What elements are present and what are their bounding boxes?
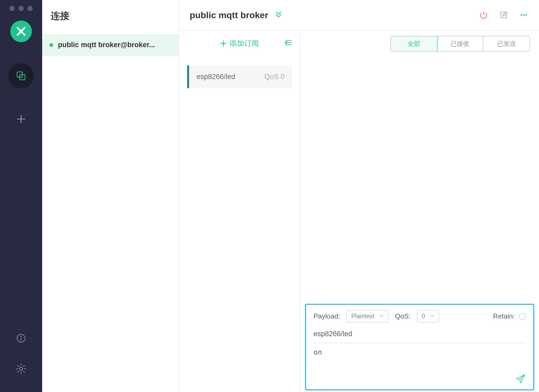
message-filter-tabs: 全部 已接收 已发送 [390, 36, 530, 52]
svg-point-7 [525, 14, 527, 16]
publish-panel: Payload: Plaintext QoS: 0 [305, 304, 534, 390]
more-icon[interactable] [519, 10, 528, 20]
send-button[interactable] [515, 374, 526, 386]
retain-toggle[interactable] [519, 313, 526, 320]
main-header: public mqtt broker [179, 0, 539, 31]
filter-tab-all[interactable]: 全部 [390, 36, 438, 52]
main-panel: public mqtt broker 添加订阅 [179, 0, 539, 392]
connections-panel: 连接 public mqtt broker@broker... [42, 0, 179, 392]
chevron-down-icon [430, 313, 434, 320]
edit-icon[interactable] [499, 10, 508, 20]
svg-point-3 [21, 336, 22, 337]
nav-settings-icon[interactable] [8, 356, 34, 381]
app-logo[interactable] [10, 21, 32, 42]
retain-label: Retain: [493, 312, 515, 320]
payload-label: Payload: [313, 312, 340, 320]
svg-point-5 [521, 14, 522, 16]
svg-point-6 [523, 14, 525, 16]
connection-item[interactable]: public mqtt broker@broker... [42, 34, 179, 56]
nav-connections-icon[interactable] [8, 63, 34, 89]
connections-title: 连接 [42, 0, 179, 34]
qos-select[interactable]: 0 [417, 310, 439, 322]
online-indicator-icon [50, 43, 53, 47]
nav-rail [0, 0, 42, 392]
filter-tab-sent[interactable]: 已发送 [483, 36, 530, 51]
window-max-dot[interactable] [27, 6, 33, 11]
publish-topic-input[interactable] [313, 325, 526, 343]
disconnect-icon[interactable] [479, 10, 488, 20]
nav-new-icon[interactable] [8, 106, 34, 132]
subscription-qos: QoS 0 [264, 73, 285, 81]
subscription-item[interactable]: esp8266/led QoS 0 [187, 65, 292, 88]
chevron-down-icon [379, 313, 384, 320]
qos-value: 0 [422, 313, 425, 320]
publish-body-input[interactable] [313, 343, 526, 372]
filter-tab-received[interactable]: 已接收 [437, 36, 484, 51]
subscription-topic: esp8266/led [197, 73, 235, 81]
svg-point-4 [19, 367, 23, 370]
add-subscription-label: 添加订阅 [229, 38, 259, 48]
expand-icon[interactable] [274, 10, 283, 20]
window-controls[interactable] [9, 3, 33, 21]
subscriptions-panel: 添加订阅 esp8266/led QoS 0 [179, 31, 300, 392]
send-icon [515, 374, 526, 384]
add-subscription-button[interactable]: 添加订阅 [179, 31, 300, 57]
qos-label: QoS: [395, 312, 410, 320]
messages-panel: 全部 已接收 已发送 Payload: Plaintext QoS: 0 [300, 31, 539, 392]
payload-format-select[interactable]: Plaintext [346, 310, 389, 322]
nav-info-icon[interactable] [8, 326, 34, 351]
connection-name: public mqtt broker@broker... [58, 41, 155, 49]
collapse-subs-icon[interactable] [284, 38, 292, 49]
window-close-dot[interactable] [9, 6, 15, 11]
connection-title: public mqtt broker [190, 10, 268, 20]
payload-format-value: Plaintext [351, 313, 374, 320]
plus-icon [220, 40, 227, 47]
window-min-dot[interactable] [18, 6, 24, 11]
